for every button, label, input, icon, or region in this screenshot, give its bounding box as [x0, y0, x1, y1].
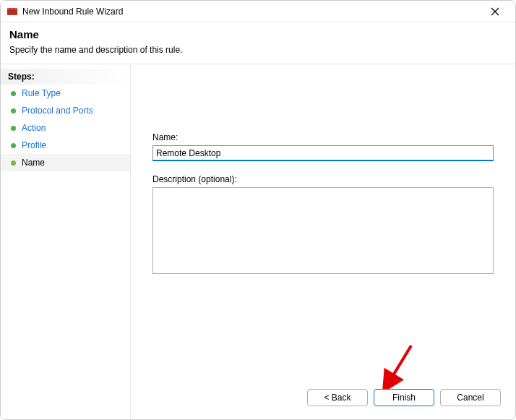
steps-header: Steps: [1, 69, 130, 85]
step-label: Protocol and Ports [22, 106, 93, 116]
svg-line-10 [387, 346, 411, 386]
step-label: Rule Type [22, 88, 61, 98]
form-area: Name: Description (optional): [152, 132, 494, 276]
step-protocol-and-ports[interactable]: Protocol and Ports [1, 102, 130, 119]
annotation-arrow-icon [377, 343, 420, 393]
description-input[interactable] [152, 187, 494, 274]
close-button[interactable] [481, 3, 509, 20]
step-label: Action [22, 123, 46, 133]
titlebar: New Inbound Rule Wizard [1, 1, 515, 22]
bullet-icon [11, 91, 16, 96]
wizard-body: Steps: Rule Type Protocol and Ports Acti… [1, 64, 515, 419]
bullet-icon [11, 108, 16, 113]
window-title: New Inbound Rule Wizard [22, 7, 481, 17]
steps-sidebar: Steps: Rule Type Protocol and Ports Acti… [1, 64, 131, 419]
page-header: Name Specify the name and description of… [1, 22, 515, 64]
cancel-button[interactable]: Cancel [440, 389, 501, 406]
finish-button[interactable]: Finish [374, 389, 434, 406]
step-label: Name [22, 158, 45, 168]
name-label: Name: [152, 132, 494, 142]
step-label: Profile [22, 140, 46, 150]
page-subtitle: Specify the name and description of this… [9, 45, 507, 55]
main-pane: Name: Description (optional): < Back Fin… [131, 64, 515, 419]
step-rule-type[interactable]: Rule Type [1, 85, 130, 102]
firewall-icon [7, 6, 18, 17]
back-button[interactable]: < Back [307, 389, 368, 406]
close-icon [491, 7, 499, 16]
footer-buttons: < Back Finish Cancel [307, 389, 501, 406]
bullet-icon [11, 160, 16, 166]
wizard-window: New Inbound Rule Wizard Name Specify the… [0, 0, 516, 420]
name-input[interactable] [152, 145, 494, 161]
bullet-icon [11, 126, 16, 131]
page-title: Name [9, 28, 507, 40]
step-action[interactable]: Action [1, 119, 130, 137]
step-profile[interactable]: Profile [1, 137, 130, 154]
bullet-icon [11, 143, 16, 148]
description-label: Description (optional): [152, 174, 494, 184]
svg-rect-1 [7, 8, 17, 9]
step-name[interactable]: Name [1, 154, 130, 171]
